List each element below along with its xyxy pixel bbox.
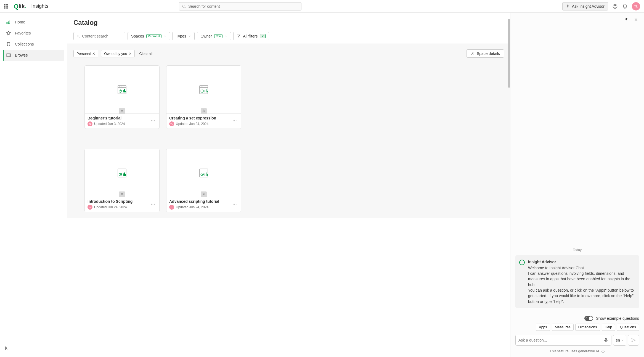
- space-details-button[interactable]: Space details: [467, 49, 504, 58]
- filter-types[interactable]: Types: [172, 32, 195, 40]
- ask-input-wrap[interactable]: [515, 335, 611, 346]
- content-search[interactable]: [73, 32, 125, 40]
- card-more-icon[interactable]: [231, 202, 238, 207]
- all-filters-label: All filters: [243, 34, 258, 38]
- svg-point-49: [121, 170, 121, 170]
- card-more-icon[interactable]: [149, 202, 157, 207]
- brand-logo[interactable]: Qlik. Insights: [14, 3, 48, 10]
- search-icon: [182, 4, 186, 9]
- card-meta: TL Updated Jun 24, 2024: [169, 205, 231, 210]
- sidebar-item-home[interactable]: Home: [3, 17, 64, 28]
- scrollbar-thumb[interactable]: [508, 19, 510, 88]
- filter-spaces[interactable]: Spaces Personal: [128, 32, 170, 40]
- content-card[interactable]: Creating a set expression TL Updated Jun…: [166, 65, 241, 129]
- ask-row: en: [515, 335, 639, 346]
- user-icon: [471, 52, 475, 55]
- svg-point-40: [234, 120, 235, 121]
- svg-point-28: [154, 120, 155, 121]
- global-search-input[interactable]: [188, 4, 298, 9]
- filter-value-badge: You: [214, 34, 223, 38]
- collapse-sidebar-icon[interactable]: [3, 344, 64, 353]
- example-questions-toggle[interactable]: [584, 316, 593, 321]
- filter-label: Spaces: [131, 34, 144, 38]
- card-more-icon[interactable]: [231, 118, 238, 124]
- language-selector[interactable]: en: [613, 335, 626, 346]
- sidebar-item-label: Home: [15, 20, 25, 24]
- card-footer: Creating a set expression TL Updated Jun…: [166, 113, 241, 129]
- sidebar-item-browse[interactable]: Browse: [3, 50, 64, 61]
- chevron-down-icon: [188, 35, 191, 38]
- quick-measures-button[interactable]: Measures: [552, 324, 574, 331]
- chat-header: [510, 13, 644, 26]
- card-thumbnail: [166, 149, 241, 197]
- chat-day-label: Today: [573, 248, 582, 252]
- all-filters-count: 2: [260, 34, 266, 38]
- pin-icon[interactable]: [623, 17, 629, 23]
- home-icon: [6, 20, 11, 25]
- svg-rect-19: [124, 89, 125, 92]
- card-thumbnail: [166, 66, 241, 113]
- sparkle-icon: [566, 4, 570, 8]
- filter-icon: [237, 34, 241, 38]
- applied-filter-chip[interactable]: Personal ✕: [73, 50, 98, 57]
- main-content: Catalog Spaces Personal Types Owner: [67, 13, 510, 357]
- genai-note: This feature uses generative AI: [515, 349, 639, 353]
- remove-filter-icon[interactable]: ✕: [129, 52, 132, 56]
- svg-rect-44: [123, 173, 124, 175]
- card-more-icon[interactable]: [149, 118, 157, 124]
- svg-rect-4: [7, 23, 7, 24]
- svg-point-52: [151, 204, 152, 204]
- card-owner-avatar: TL: [88, 205, 92, 210]
- sidebar-item-label: Collections: [15, 42, 34, 46]
- app-launcher-icon[interactable]: [4, 4, 9, 9]
- ask-question-input[interactable]: [518, 338, 603, 342]
- help-icon[interactable]: [612, 3, 618, 9]
- remove-filter-icon[interactable]: ✕: [92, 52, 95, 56]
- svg-point-64: [203, 193, 204, 194]
- filter-label: Types: [176, 34, 186, 38]
- applied-filter-chip[interactable]: Owned by you ✕: [101, 50, 135, 57]
- chat-text-line: Welcome to Insight Advisor Chat.: [528, 265, 635, 271]
- svg-marker-14: [238, 35, 240, 37]
- svg-point-66: [234, 204, 235, 204]
- chat-text-line: You can ask a question, or click on the …: [528, 287, 635, 304]
- chevron-down-icon: [225, 35, 227, 38]
- card-footer: Introduction to Scripting TL Updated Jun…: [85, 197, 159, 212]
- card-updated: Updated Jun 3, 2024: [94, 122, 125, 126]
- filter-owner[interactable]: Owner You: [197, 32, 231, 40]
- page-title: Catalog: [73, 19, 504, 26]
- global-search[interactable]: [179, 2, 301, 10]
- card-title: Introduction to Scripting: [88, 199, 149, 204]
- card-title: Beginner's tutorial: [88, 116, 149, 120]
- content-search-input[interactable]: [82, 34, 122, 38]
- all-filters-button[interactable]: All filters 2: [233, 32, 269, 40]
- svg-point-47: [119, 170, 120, 170]
- user-avatar[interactable]: TL: [632, 2, 640, 10]
- card-updated: Updated Jun 24, 2024: [176, 122, 208, 126]
- svg-point-54: [154, 204, 155, 204]
- content-card[interactable]: Introduction to Scripting TL Updated Jun…: [84, 149, 160, 212]
- quick-dimensions-button[interactable]: Dimensions: [575, 324, 600, 331]
- content-card[interactable]: Advanced scripting tutorial TL Updated J…: [166, 149, 241, 212]
- send-button[interactable]: [628, 335, 639, 346]
- quick-questions-button[interactable]: Questions: [617, 324, 639, 331]
- info-icon[interactable]: [601, 350, 605, 353]
- card-meta: TL Updated Jun 24, 2024: [88, 205, 149, 210]
- svg-line-13: [79, 37, 79, 37]
- sidebar-item-collections[interactable]: Collections: [3, 39, 64, 50]
- ask-insight-advisor-button[interactable]: Ask Insight Advisor: [562, 2, 608, 10]
- language-label: en: [616, 338, 620, 342]
- content-card[interactable]: Beginner's tutorial TL Updated Jun 3, 20…: [84, 65, 160, 129]
- svg-rect-45: [124, 172, 125, 176]
- close-icon[interactable]: [633, 17, 639, 23]
- scrollbar[interactable]: [508, 13, 510, 357]
- microphone-icon[interactable]: [603, 338, 608, 343]
- quick-apps-button[interactable]: Apps: [536, 324, 550, 331]
- chevron-down-icon: [164, 35, 166, 38]
- filter-value-badge: Personal: [146, 34, 161, 38]
- clear-all-button[interactable]: Clear all: [139, 52, 152, 56]
- svg-rect-59: [207, 174, 208, 176]
- notifications-icon[interactable]: [622, 3, 628, 9]
- sidebar-item-favorites[interactable]: Favorites: [3, 28, 64, 39]
- quick-help-button[interactable]: Help: [602, 324, 615, 331]
